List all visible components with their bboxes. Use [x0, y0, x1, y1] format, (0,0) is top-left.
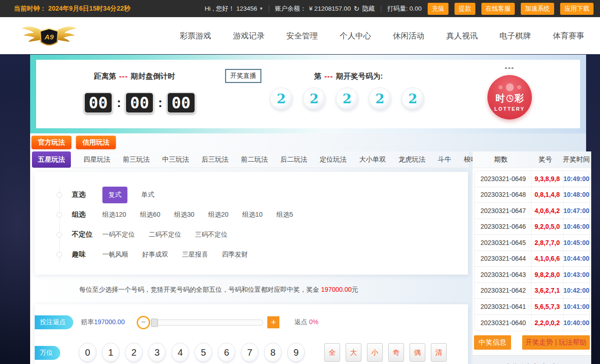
option-two-code[interactable]: 二码不定位 [149, 231, 181, 239]
option-zuxuan20[interactable]: 组选20 [208, 211, 229, 219]
number-buttons: 0 1 2 3 4 5 6 7 8 9 [79, 343, 305, 362]
nav-item-live-casino[interactable]: 真人视讯 [446, 31, 478, 41]
option-three-star[interactable]: 三星报喜 [182, 251, 208, 259]
rebate-plus-button[interactable]: + [267, 316, 279, 328]
result-row[interactable]: 20230321-0642 3,6,2,7,1 10:42:00 [474, 283, 589, 299]
tab-bull[interactable]: 斗牛 [438, 155, 451, 164]
select-even-button[interactable]: 偶 [410, 343, 425, 362]
option-zuxuan10[interactable]: 组选10 [242, 211, 263, 219]
number-button-8[interactable]: 8 [264, 343, 282, 362]
option-fushi[interactable]: 复式 [102, 187, 127, 203]
number-button-4[interactable]: 4 [171, 343, 189, 362]
number-button-3[interactable]: 3 [148, 343, 166, 362]
tab-dragon-tiger[interactable]: 龙虎玩法 [398, 155, 425, 164]
tab-four-star[interactable]: 四星玩法 [83, 155, 110, 164]
balance-value: ¥ 21208157.00 [309, 5, 351, 12]
option-zuxuan60[interactable]: 组选60 [140, 211, 160, 219]
draw-ball: 2 [369, 88, 391, 110]
option-three-code[interactable]: 三码不定位 [195, 231, 227, 239]
speed-system-button[interactable]: 加速系统 [521, 3, 554, 15]
nav-item-security[interactable]: 安全管理 [286, 31, 318, 41]
result-row[interactable]: 20230321-0640 2,2,0,0,2 10:40:00 [474, 315, 589, 331]
option-one-code[interactable]: 一码不定位 [102, 231, 135, 239]
live-draw-button[interactable]: 开奖直播 [225, 69, 261, 83]
tab-front-two[interactable]: 前二玩法 [241, 155, 268, 164]
betting-card: 投注返点 赔率197000.00 − + 返点 0% 万位 0 1 2 [35, 304, 468, 364]
result-row[interactable]: 20230321-0644 4,1,0,6,6 10:44:00 [474, 251, 589, 267]
result-row[interactable]: 20230321-0643 9,8,2,8,0 10:43:00 [474, 267, 589, 283]
number-button-2[interactable]: 2 [125, 343, 143, 362]
nav-menu: 彩票游戏 游戏记录 安全管理 个人中心 休闲活动 真人视讯 电子棋牌 体育赛事 [180, 31, 584, 41]
nav-item-board-games[interactable]: 电子棋牌 [499, 31, 531, 41]
current-issue-placeholder: --- [482, 63, 537, 71]
results-header: 期数 奖号 开奖时间 [473, 151, 591, 168]
select-all-button[interactable]: 全 [324, 343, 340, 362]
tab-big-small-odd-even[interactable]: 大小单双 [359, 155, 386, 164]
result-row[interactable]: 20230321-0645 2,8,7,7,0 10:45:00 [474, 235, 589, 251]
option-danshi[interactable]: 单式 [141, 191, 154, 199]
greeting-text: Hi , 您好！ 123456 [205, 5, 257, 13]
turnover: 打码量: 0.00 [387, 5, 422, 13]
tab-front-three[interactable]: 前三玩法 [123, 155, 150, 164]
nav-item-leisure[interactable]: 休闲活动 [393, 31, 424, 41]
number-button-9[interactable]: 9 [287, 343, 305, 362]
result-row[interactable]: 20230321-0648 0,8,1,4,8 10:48:00 [474, 187, 589, 203]
tab-back-three[interactable]: 后三玩法 [202, 155, 228, 164]
number-button-7[interactable]: 7 [241, 343, 259, 362]
nav-item-lottery-games[interactable]: 彩票游戏 [180, 31, 211, 41]
number-button-1[interactable]: 1 [102, 343, 120, 362]
play-description: 每位至少选择一个号码，竞猜开奖号码的全部五位，号码和位置都对应即中奖，奖金 19… [30, 275, 469, 301]
tab-back-two[interactable]: 后二玩法 [280, 155, 307, 164]
select-big-button[interactable]: 大 [346, 343, 361, 362]
main-navbar: A9 彩票游戏 游戏记录 安全管理 个人中心 休闲活动 真人视讯 电子棋牌 体育… [0, 17, 600, 54]
app-download-button[interactable]: 应用下载 [560, 3, 594, 15]
header-numbers: 奖号 [529, 155, 562, 164]
timeline-dot-icon [57, 252, 62, 257]
result-row[interactable]: 20230321-0641 5,6,5,7,3 10:41:00 [474, 299, 589, 315]
refresh-icon[interactable]: ↻ [354, 5, 360, 13]
odds-slider[interactable] [149, 320, 263, 326]
rebate-minus-button[interactable]: − [137, 316, 150, 329]
header-time: 开奖时间 [562, 155, 591, 164]
tab-five-star[interactable]: 五星玩法 [32, 151, 71, 168]
chevron-down-icon[interactable]: ▾ [260, 6, 263, 12]
timeline-dot-icon [57, 192, 62, 198]
odds-value: 197000.00 [94, 318, 125, 326]
slider-handle[interactable] [151, 319, 158, 327]
brand-logo[interactable]: A9 [19, 22, 79, 50]
countdown-timer: 00 : 00 : 00 [84, 92, 196, 113]
nav-item-game-records[interactable]: 游戏记录 [233, 31, 265, 41]
hide-balance-button[interactable]: 隐藏 [362, 5, 375, 13]
credit-mode-button[interactable]: 信用玩法 [76, 136, 116, 149]
withdraw-button[interactable]: 提款 [455, 3, 475, 15]
customer-service-button[interactable]: 在线客服 [481, 3, 515, 15]
user-greeting[interactable]: Hi , 您好！ 123456 ▾ [205, 5, 263, 13]
select-small-button[interactable]: 小 [367, 343, 383, 362]
tab-position[interactable]: 定位玩法 [320, 155, 347, 164]
number-button-6[interactable]: 6 [218, 343, 235, 362]
ssc-lottery-logo: 时 彩 LOTTERY [487, 75, 532, 119]
win-info-button[interactable]: 中奖信息 [474, 335, 511, 350]
deposit-button[interactable]: 充值 [428, 3, 448, 15]
option-zuxuan120[interactable]: 组选120 [102, 211, 126, 219]
option-smooth-sailing[interactable]: 一帆风顺 [102, 251, 128, 259]
nav-item-profile[interactable]: 个人中心 [340, 31, 371, 41]
trend-help-button[interactable]: 开奖走势 | 玩法帮助 [522, 335, 590, 350]
option-zuxuan30[interactable]: 组选30 [174, 211, 195, 219]
number-button-0[interactable]: 0 [79, 343, 96, 362]
play-group-zuxuan: 组选 组选120 组选60 组选30 组选20 组选10 组选5 [35, 205, 468, 225]
nav-item-sports[interactable]: 体育赛事 [553, 31, 584, 41]
option-good-pairs[interactable]: 好事成双 [142, 251, 168, 259]
result-row[interactable]: 20230321-0647 4,0,6,4,2 10:47:00 [474, 203, 589, 219]
number-button-5[interactable]: 5 [195, 343, 212, 362]
result-row[interactable]: 20230321-0649 9,3,8,9,8 10:49:00 [474, 171, 589, 187]
issue-dash: --- [116, 72, 131, 80]
tab-middle-three[interactable]: 中三玩法 [162, 155, 189, 164]
clear-button[interactable]: 清 [431, 343, 447, 362]
official-mode-button[interactable]: 官方玩法 [32, 136, 71, 149]
result-row[interactable]: 20230321-0646 9,2,0,5,0 10:46:00 [474, 219, 589, 235]
option-four-season[interactable]: 四季发财 [222, 251, 248, 259]
draw-ball: 2 [336, 88, 358, 110]
select-odd-button[interactable]: 奇 [388, 343, 404, 362]
option-zuxuan5[interactable]: 组选5 [277, 211, 293, 219]
